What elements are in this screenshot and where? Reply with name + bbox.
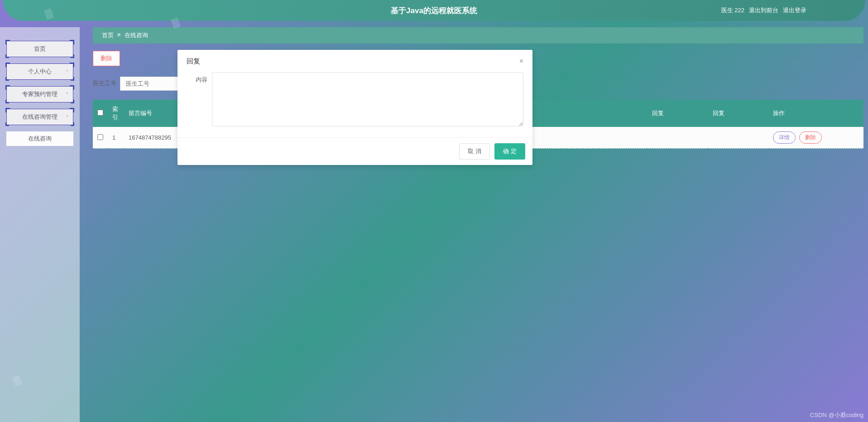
confirm-button[interactable]: 确 定 [494,143,525,160]
cancel-button[interactable]: 取 消 [459,143,490,160]
modal-footer: 取 消 确 定 [177,137,532,165]
watermark: CSDN @小蔡coding [810,411,863,419]
modal-content-label: 内容 [196,72,212,126]
reply-modal: 回复 × 内容 取 消 确 定 [177,50,532,165]
modal-overlay[interactable]: 回复 × 内容 取 消 确 定 [0,0,868,422]
modal-body: 内容 [177,68,532,137]
modal-header: 回复 × [177,50,532,68]
close-icon[interactable]: × [519,57,523,66]
modal-title: 回复 [187,57,200,66]
reply-content-textarea[interactable] [212,72,523,126]
